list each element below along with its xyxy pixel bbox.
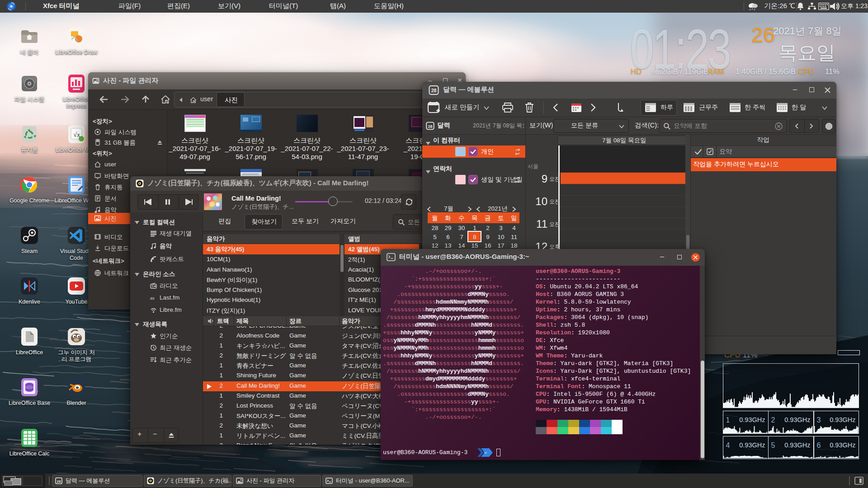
svg-text:4: 4 bbox=[726, 441, 730, 449]
svg-text:0.93GHz: 0.93GHz bbox=[739, 441, 765, 449]
svg-text:6: 6 bbox=[817, 441, 821, 449]
svg-text:0.93GHz: 0.93GHz bbox=[784, 416, 810, 423]
svg-text:28: 28 bbox=[431, 88, 437, 93]
svg-text:~: ~ bbox=[484, 450, 487, 456]
svg-text:0.93GHz: 0.93GHz bbox=[739, 416, 765, 423]
svg-text:28: 28 bbox=[57, 479, 61, 483]
svg-text:0.93GHz: 0.93GHz bbox=[784, 441, 810, 449]
svg-text:as: as bbox=[150, 296, 155, 300]
svg-text:3: 3 bbox=[817, 416, 821, 424]
svg-text:1: 1 bbox=[726, 416, 730, 424]
svg-text:√x: √x bbox=[73, 131, 80, 138]
svg-text:0.93GHz: 0.93GHz bbox=[830, 416, 855, 423]
svg-text:5: 5 bbox=[771, 441, 775, 449]
svg-text:28: 28 bbox=[428, 124, 432, 129]
svg-text:2: 2 bbox=[771, 416, 775, 424]
svg-text:0.93GHz: 0.93GHz bbox=[830, 441, 855, 449]
